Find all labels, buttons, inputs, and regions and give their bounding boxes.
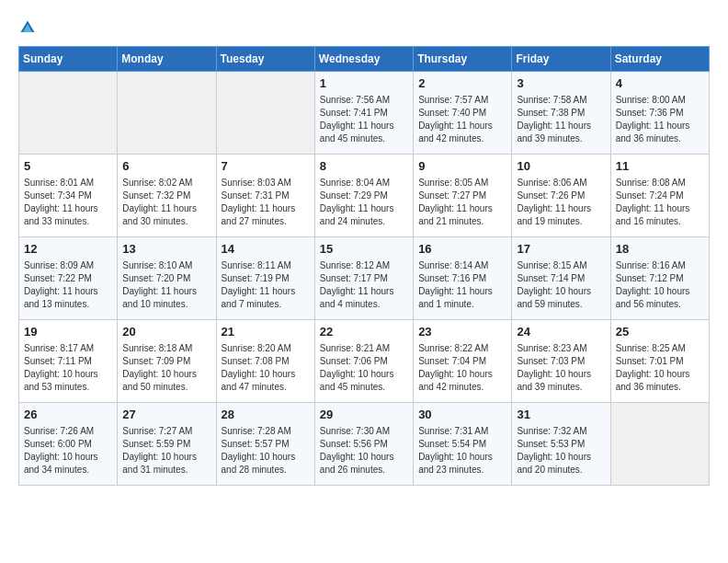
day-detail-line: and 59 minutes.	[517, 298, 605, 311]
calendar-cell: 1Sunrise: 7:56 AMSunset: 7:41 PMDaylight…	[314, 72, 413, 155]
day-detail-line: Daylight: 11 hours	[222, 285, 310, 298]
day-detail-line: and 42 minutes.	[418, 381, 506, 394]
day-detail-line: Daylight: 11 hours	[320, 120, 408, 132]
calendar-body: 1Sunrise: 7:56 AMSunset: 7:41 PMDaylight…	[19, 72, 710, 486]
day-detail-line: Sunrise: 8:18 AM	[122, 342, 210, 355]
day-detail-line: Sunrise: 8:16 AM	[616, 259, 704, 272]
calendar-week-row: 12Sunrise: 8:09 AMSunset: 7:22 PMDayligh…	[19, 237, 710, 320]
day-number: 9	[418, 158, 506, 175]
day-detail-line: Sunset: 7:34 PM	[24, 190, 112, 202]
day-number: 22	[320, 324, 408, 340]
calendar-table: SundayMondayTuesdayWednesdayThursdayFrid…	[18, 46, 710, 486]
day-detail-line: Daylight: 11 hours	[418, 120, 506, 132]
day-detail-line: and 24 minutes.	[320, 215, 408, 228]
day-detail-line: Daylight: 10 hours	[320, 451, 408, 464]
day-detail-line: Sunrise: 8:00 AM	[616, 94, 704, 107]
day-detail-line: Sunset: 5:54 PM	[418, 438, 506, 451]
day-number: 21	[222, 324, 310, 340]
day-detail-line: and 4 minutes.	[320, 298, 408, 311]
day-number: 7	[222, 158, 310, 175]
day-detail-line: Sunset: 5:56 PM	[320, 438, 408, 451]
calendar-cell: 29Sunrise: 7:30 AMSunset: 5:56 PMDayligh…	[314, 403, 413, 486]
day-detail-line: Sunrise: 8:21 AM	[320, 342, 408, 355]
calendar-cell: 3Sunrise: 7:58 AMSunset: 7:38 PMDaylight…	[512, 72, 610, 155]
day-detail-line: Sunrise: 8:11 AM	[222, 259, 310, 272]
day-detail-line: Sunset: 7:08 PM	[222, 355, 310, 368]
day-detail-line: Sunset: 7:38 PM	[517, 107, 605, 120]
day-detail-line: Sunset: 7:29 PM	[320, 190, 408, 202]
day-detail-line: Sunrise: 8:02 AM	[122, 177, 210, 190]
calendar-week-row: 5Sunrise: 8:01 AMSunset: 7:34 PMDaylight…	[19, 155, 710, 237]
day-detail-line: Sunrise: 7:28 AM	[222, 425, 310, 438]
day-number: 6	[122, 158, 210, 175]
day-detail-line: Sunrise: 8:01 AM	[24, 177, 112, 190]
day-number: 4	[616, 75, 704, 92]
weekday-header-friday: Friday	[512, 47, 610, 72]
day-number: 10	[517, 158, 605, 175]
day-detail-line: and 36 minutes.	[616, 381, 704, 394]
day-detail-line: Daylight: 11 hours	[122, 285, 210, 298]
day-detail-line: Sunset: 5:59 PM	[122, 438, 210, 451]
calendar-cell: 22Sunrise: 8:21 AMSunset: 7:06 PMDayligh…	[314, 320, 413, 403]
calendar-week-row: 19Sunrise: 8:17 AMSunset: 7:11 PMDayligh…	[19, 320, 710, 403]
day-number: 28	[222, 407, 310, 423]
day-number: 14	[222, 241, 310, 258]
day-detail-line: and 33 minutes.	[24, 215, 112, 228]
calendar-cell: 21Sunrise: 8:20 AMSunset: 7:08 PMDayligh…	[216, 320, 314, 403]
day-detail-line: Daylight: 11 hours	[24, 202, 112, 215]
day-number: 20	[122, 324, 210, 340]
day-detail-line: Daylight: 11 hours	[320, 285, 408, 298]
day-detail-line: Sunset: 7:03 PM	[517, 355, 605, 368]
day-detail-line: and 30 minutes.	[122, 215, 210, 228]
day-number: 2	[418, 75, 506, 92]
day-detail-line: Sunrise: 8:10 AM	[122, 259, 210, 272]
day-number: 19	[24, 324, 112, 340]
calendar-cell: 17Sunrise: 8:15 AMSunset: 7:14 PMDayligh…	[512, 237, 610, 320]
calendar-week-row: 1Sunrise: 7:56 AMSunset: 7:41 PMDaylight…	[19, 72, 710, 155]
calendar-header: SundayMondayTuesdayWednesdayThursdayFrid…	[19, 47, 710, 72]
day-detail-line: Sunrise: 7:58 AM	[517, 94, 605, 107]
day-detail-line: Daylight: 10 hours	[517, 451, 605, 464]
calendar-cell: 31Sunrise: 7:32 AMSunset: 5:53 PMDayligh…	[512, 403, 610, 486]
calendar-cell: 18Sunrise: 8:16 AMSunset: 7:12 PMDayligh…	[610, 237, 709, 320]
day-detail-line: Sunset: 7:12 PM	[616, 272, 704, 285]
day-detail-line: Sunrise: 7:32 AM	[517, 425, 605, 438]
day-detail-line: Sunset: 7:41 PM	[320, 107, 408, 120]
day-detail-line: Sunset: 7:40 PM	[418, 107, 506, 120]
day-detail-line: Sunset: 7:01 PM	[616, 355, 704, 368]
day-number: 12	[24, 241, 112, 258]
day-detail-line: Sunset: 7:14 PM	[517, 272, 605, 285]
day-detail-line: and 26 minutes.	[320, 464, 408, 477]
day-detail-line: Sunset: 7:06 PM	[320, 355, 408, 368]
day-detail-line: and 10 minutes.	[122, 298, 210, 311]
day-detail-line: Daylight: 10 hours	[616, 285, 704, 298]
calendar-cell: 10Sunrise: 8:06 AMSunset: 7:26 PMDayligh…	[512, 155, 610, 237]
day-detail-line: Daylight: 11 hours	[222, 202, 310, 215]
day-detail-line: Sunset: 7:11 PM	[24, 355, 112, 368]
day-number: 26	[24, 407, 112, 423]
day-detail-line: Daylight: 11 hours	[122, 202, 210, 215]
day-number: 24	[517, 324, 605, 340]
weekday-header-wednesday: Wednesday	[314, 47, 413, 72]
day-detail-line: and 39 minutes.	[517, 132, 605, 145]
day-detail-line: Sunset: 7:20 PM	[122, 272, 210, 285]
calendar-cell: 14Sunrise: 8:11 AMSunset: 7:19 PMDayligh…	[216, 237, 314, 320]
day-detail-line: and 13 minutes.	[24, 298, 112, 311]
day-detail-line: Sunrise: 8:12 AM	[320, 259, 408, 272]
day-detail-line: and 53 minutes.	[24, 381, 112, 394]
day-number: 11	[616, 158, 704, 175]
day-detail-line: Sunset: 7:36 PM	[616, 107, 704, 120]
day-detail-line: Daylight: 10 hours	[418, 368, 506, 381]
day-detail-line: Sunset: 7:27 PM	[418, 190, 506, 202]
day-detail-line: Daylight: 11 hours	[517, 120, 605, 132]
calendar-week-row: 26Sunrise: 7:26 AMSunset: 6:00 PMDayligh…	[19, 403, 710, 486]
day-detail-line: Sunrise: 8:15 AM	[517, 259, 605, 272]
day-detail-line: Daylight: 10 hours	[122, 451, 210, 464]
calendar-cell	[19, 72, 118, 155]
day-detail-line: and 50 minutes.	[122, 381, 210, 394]
day-detail-line: Sunrise: 8:14 AM	[418, 259, 506, 272]
calendar-cell: 20Sunrise: 8:18 AMSunset: 7:09 PMDayligh…	[118, 320, 216, 403]
day-detail-line: Sunset: 5:57 PM	[222, 438, 310, 451]
day-detail-line: and 36 minutes.	[616, 132, 704, 145]
day-detail-line: Daylight: 10 hours	[222, 451, 310, 464]
